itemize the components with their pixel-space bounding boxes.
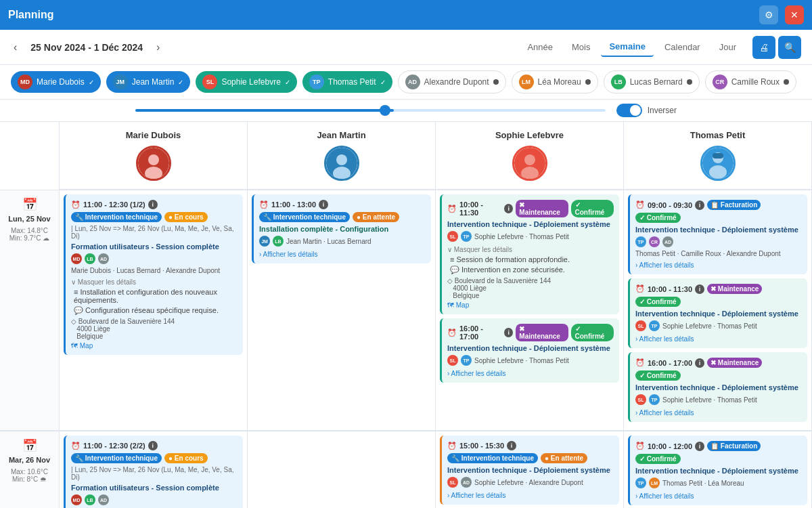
pa-ad4: AD [461, 477, 472, 488]
loc-s1: ◇ Boulevard de la Sauvenière 144 4000 Li… [447, 277, 614, 299]
cell-sophie-mar26: ⏰ 15:00 - 15:30 i 🔧 Intervention techniq… [436, 431, 624, 508]
show-details-jean[interactable]: › Afficher les détails [259, 251, 426, 258]
event-recurrence: | Lun, 25 Nov => Mar, 26 Nov (Lu, Ma, Me… [71, 225, 238, 240]
map-link[interactable]: 🗺 Map [71, 342, 238, 350]
col-name-sophie: Sophie Lefebvre [441, 130, 618, 140]
info-icon[interactable]: i [148, 200, 158, 209]
slider-thumb[interactable] [380, 105, 390, 116]
event-thomas1: ⏰ 09:00 - 09:30 i 📋 Facturation ✓ Confir… [628, 194, 807, 274]
day-name-mar26: Mar, 26 Nov [9, 456, 50, 464]
info-icon-jean[interactable]: i [319, 200, 328, 209]
inactive-dot-2 [585, 79, 591, 85]
et-sophie1: ⏰ 10:00 - 11:30 i ✖ Maintenance ✓ Confir… [447, 200, 614, 217]
avatar-alexandre: AD [405, 75, 420, 89]
filter-alexandre-dupont[interactable]: AD Alexandre Dupont [398, 70, 506, 93]
col-name-thomas: Thomas Petit [629, 130, 806, 140]
check-icon-3: ✓ [285, 79, 290, 86]
event-details: ≡ Installation et configuration des nouv… [71, 288, 238, 350]
svg-point-7 [524, 154, 535, 165]
tag-fact-tm1: 📋 Facturation [707, 441, 761, 451]
ii-s3[interactable]: i [507, 441, 516, 450]
pn-t2: Sophie Lefebvre · Thomas Petit [662, 322, 757, 330]
view-jour[interactable]: Jour [711, 38, 744, 56]
view-annee[interactable]: Année [519, 38, 561, 56]
pa-tp6: TP [635, 478, 646, 488]
title-m1: Formation utilisateurs - Session complèt… [71, 484, 238, 492]
filter-jean-martin[interactable]: JM Jean Martin ✓ [106, 71, 191, 93]
svg-rect-12 [713, 153, 723, 158]
show-d-t3[interactable]: › Afficher les détails [635, 409, 802, 417]
filter-marie-dubois[interactable]: MD Marie Dubois ✓ [11, 71, 101, 93]
filter-lucas-bernard[interactable]: LB Lucas Bernard [604, 70, 700, 93]
next-button[interactable]: › [154, 39, 162, 56]
ii-tm1[interactable]: i [695, 442, 704, 451]
avatar-jean: JM [113, 75, 128, 89]
filter-camille-roux[interactable]: CR Camille Roux [705, 70, 796, 93]
check-icon: ✓ [89, 79, 94, 86]
view-semaine[interactable]: Semaine [601, 37, 653, 57]
event-card-sophie2: ⏰ 16:00 - 17:00 i ✖ Maintenance ✓ Confir… [440, 318, 619, 383]
date-range: 25 Nov 2024 - 1 Déc 2024 [30, 42, 143, 53]
pa-sl3: SL [635, 320, 646, 331]
tag-maint-t2: ✖ Maintenance [707, 284, 762, 294]
ii-sophie1[interactable]: i [504, 204, 513, 213]
show-d-t1[interactable]: › Afficher les détails [635, 261, 802, 269]
check-icon-2: ✓ [178, 79, 183, 86]
ds1-1: ≡ Session de formation approfondie. [447, 255, 614, 263]
show-d-t2[interactable]: › Afficher les détails [635, 335, 802, 343]
event-title: Formation utilisateurs - Session complèt… [71, 242, 238, 251]
tag-int-m1: 🔧 Intervention technique [71, 453, 162, 463]
hide-details-btn[interactable]: ∨ Masquer les détails [71, 278, 238, 286]
inactive-dot-3 [687, 79, 692, 85]
ep-sophie1: SL TP Sophie Lefebvre · Thomas Petit [447, 231, 614, 242]
calendar-icon: 📅 [22, 197, 37, 212]
pa-cr: CR [649, 236, 660, 247]
map-sophie1[interactable]: 🗺 Map [447, 301, 614, 309]
filter-thomas-petit[interactable]: TP Thomas Petit ✓ [302, 71, 392, 93]
weather-mar26: Max: 10.6°CMin: 8°C 🌧 [11, 468, 48, 483]
pa-sl1: SL [447, 231, 458, 242]
show-s3[interactable]: › Afficher les détails [447, 492, 614, 499]
view-calendar[interactable]: Calendar [656, 38, 708, 56]
view-mois[interactable]: Mois [564, 38, 598, 56]
detail-1: ≡ Installation et configuration des nouv… [71, 288, 238, 304]
avatar-sophie: SL [202, 75, 217, 89]
calendar-scroll[interactable]: 📅 Lun, 25 Nov Max: 14.8°CMin: 9.7°C ☁ ⏰ … [0, 190, 812, 508]
search-button[interactable]: 🔍 [778, 36, 801, 59]
show-d-sophie2[interactable]: › Afficher les détails [447, 370, 614, 377]
show-tm1[interactable]: › Afficher les détails [635, 492, 802, 500]
hide-d-sophie1[interactable]: ∨ Masquer les détails [447, 246, 614, 253]
ii-t3[interactable]: i [695, 358, 704, 368]
ii-t2[interactable]: i [695, 284, 704, 294]
event-thomas-mar1: ⏰ 10:00 - 12:00 i 📋 Facturation ✓ Confir… [628, 436, 807, 505]
slider-track[interactable] [135, 109, 606, 112]
cell-marie-lun25: ⏰ 11:00 - 12:30 (1/2) i 🔧 Intervention t… [60, 190, 248, 431]
avatar-camille: CR [713, 75, 727, 89]
col-avatar-thomas [700, 146, 736, 181]
print-button[interactable]: 🖨 [752, 36, 775, 59]
ep-tm1: TP LM Thomas Petit · Léa Moreau [635, 478, 802, 488]
prev-button[interactable]: ‹ [11, 39, 20, 56]
tag-attente: ● En attente [353, 212, 399, 222]
ep-s3: SL AD Sophie Lefebvre · Alexandre Dupont [447, 477, 614, 488]
filter-lea-moreau[interactable]: LM Léa Moreau [512, 70, 598, 93]
person-names: Marie Dubois · Lucas Bernard · Alexandre… [71, 267, 220, 274]
filter-sophie-lefebvre[interactable]: SL Sophie Lefebvre ✓ [196, 71, 296, 93]
ii-t1[interactable]: i [695, 200, 704, 210]
inverter-toggle[interactable] [616, 104, 642, 117]
avatar-lea: LM [519, 75, 534, 89]
weather-lun25: Max: 14.8°CMin: 9.7°C ☁ [9, 227, 50, 242]
person-avatar: MD [71, 253, 82, 264]
ii-sophie2[interactable]: i [504, 328, 513, 337]
event-marie-mar1: ⏰ 11:00 - 12:30 (2/2) i 🔧 Intervention t… [64, 436, 243, 508]
tag-fact1: 📋 Facturation [707, 200, 761, 210]
event-title-jean: Installation complète - Configuration [259, 225, 426, 233]
navbar: ‹ 25 Nov 2024 - 1 Déc 2024 › Année Mois … [0, 30, 812, 65]
person-avatar-3: AD [98, 253, 109, 264]
close-button[interactable]: ✕ [785, 5, 804, 24]
location: ◇ Boulevard de la Sauvenière 144 4000 Li… [71, 318, 238, 340]
et-sophie-title2: Intervention technique - Déploiement sys… [447, 344, 614, 352]
ii-m1[interactable]: i [148, 441, 158, 450]
pn-s3: Sophie Lefebvre · Alexandre Dupont [474, 479, 583, 486]
gear-button[interactable]: ⚙ [759, 5, 778, 24]
